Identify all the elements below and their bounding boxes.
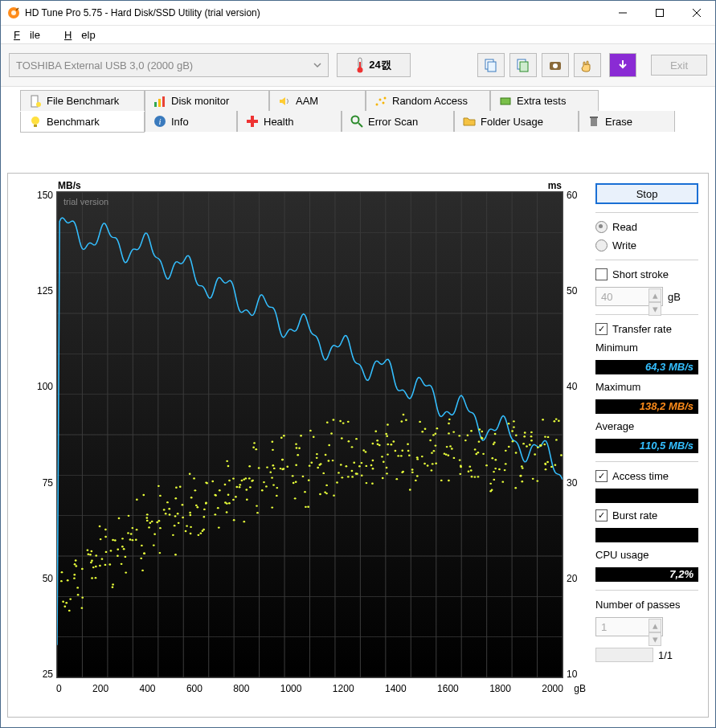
svg-point-76: [74, 563, 76, 565]
svg-point-240: [276, 495, 278, 497]
copy-screenshot-button[interactable]: [509, 53, 537, 77]
transfer-rate-check[interactable]: ✓Transfer rate: [595, 323, 698, 335]
spin-down-icon[interactable]: ▾: [648, 302, 661, 316]
svg-point-184: [205, 502, 207, 504]
svg-point-21: [379, 98, 382, 100]
maximize-button[interactable]: [641, 1, 678, 25]
tab-erase[interactable]: Erase: [579, 111, 675, 132]
spin-down-icon[interactable]: ▾: [648, 632, 661, 646]
menu-file[interactable]: File: [4, 27, 50, 43]
svg-point-349: [408, 455, 411, 456]
svg-point-203: [232, 477, 235, 479]
svg-point-381: [459, 473, 461, 475]
short-stroke-spin[interactable]: 40▴▾: [595, 287, 663, 306]
passes-progress-text: 1/1: [658, 649, 673, 661]
burst-rate-check[interactable]: ✓Burst rate: [595, 509, 698, 521]
tab-error-scan[interactable]: Error Scan: [342, 111, 454, 132]
svg-point-265: [304, 491, 306, 493]
checkbox-icon: ✓: [595, 470, 608, 482]
svg-point-88: [87, 549, 89, 550]
svg-point-114: [118, 517, 121, 519]
svg-point-176: [189, 512, 191, 513]
read-radio[interactable]: Read: [595, 221, 698, 233]
window-title: HD Tune Pro 5.75 - Hard Disk/SSD Utility…: [25, 7, 604, 18]
svg-point-134: [140, 558, 142, 559]
options-button[interactable]: [574, 53, 601, 77]
access-time-check[interactable]: ✓Access time: [595, 470, 698, 482]
exit-button[interactable]: Exit: [651, 55, 707, 76]
svg-point-138: [146, 520, 149, 521]
tab-aam[interactable]: AAM: [269, 90, 366, 111]
tools-icon: [499, 95, 512, 108]
stop-button[interactable]: Stop: [595, 183, 698, 204]
svg-point-292: [346, 465, 348, 467]
svg-point-78: [75, 559, 77, 561]
svg-point-95: [95, 566, 97, 567]
svg-point-382: [459, 459, 461, 460]
svg-point-416: [493, 441, 496, 443]
copy-info-button[interactable]: [477, 53, 505, 77]
temperature-badge[interactable]: 24캜: [337, 53, 411, 77]
svg-point-73: [60, 580, 63, 582]
svg-point-335: [400, 455, 403, 456]
svg-point-377: [451, 448, 453, 449]
drive-select-value: TOSHIBA External USB 3,0 (2000 gB): [16, 59, 193, 72]
svg-point-75: [69, 598, 72, 599]
svg-point-127: [136, 529, 138, 530]
svg-point-145: [151, 521, 153, 522]
svg-point-112: [121, 538, 124, 539]
svg-point-242: [276, 487, 278, 489]
svg-point-186: [203, 509, 206, 510]
drive-select[interactable]: TOSHIBA External USB 3,0 (2000 gB): [9, 53, 329, 77]
svg-point-448: [542, 419, 544, 420]
passes-spin[interactable]: 1▴▾: [595, 617, 663, 636]
svg-point-119: [127, 532, 129, 534]
tab-info[interactable]: iInfo: [145, 111, 237, 132]
write-radio[interactable]: Write: [595, 239, 698, 252]
svg-point-236: [272, 441, 274, 443]
copy-image-icon: [516, 58, 530, 72]
close-button[interactable]: [678, 1, 715, 25]
tab-health[interactable]: Health: [237, 111, 342, 132]
svg-point-324: [382, 477, 384, 479]
spin-up-icon[interactable]: ▴: [648, 288, 661, 302]
tab-benchmark[interactable]: Benchmark: [20, 112, 145, 133]
svg-point-337: [401, 472, 403, 473]
tab-extra-tests[interactable]: Extra tests: [490, 90, 599, 111]
svg-point-161: [177, 513, 179, 514]
svg-point-400: [478, 428, 481, 430]
menubar: File Help: [1, 26, 715, 43]
svg-point-230: [256, 512, 259, 513]
svg-point-366: [432, 434, 435, 436]
svg-point-454: [545, 468, 547, 470]
save-screenshot-button[interactable]: [542, 53, 569, 77]
spin-up-icon[interactable]: ▴: [648, 619, 661, 632]
tab-file-benchmark[interactable]: File Benchmark: [20, 90, 145, 111]
tab-disk-monitor[interactable]: Disk monitor: [145, 90, 269, 111]
svg-rect-8: [359, 62, 361, 70]
svg-point-385: [453, 457, 456, 459]
tab-random-access[interactable]: Random Access: [366, 90, 490, 111]
svg-point-309: [371, 483, 374, 485]
svg-point-252: [295, 481, 297, 483]
svg-point-20: [376, 103, 378, 105]
svg-point-194: [214, 513, 216, 515]
svg-point-147: [158, 485, 160, 487]
svg-point-427: [515, 435, 518, 436]
svg-point-244: [280, 437, 283, 439]
svg-point-278: [320, 463, 322, 464]
save-button[interactable]: [609, 53, 636, 77]
minimize-button[interactable]: [604, 1, 641, 25]
svg-point-243: [283, 435, 285, 436]
svg-point-341: [407, 444, 409, 445]
svg-point-432: [521, 481, 523, 482]
svg-rect-10: [488, 62, 496, 72]
short-stroke-check[interactable]: Short stroke: [595, 268, 698, 280]
menu-help[interactable]: Help: [55, 27, 105, 43]
tab-folder-usage[interactable]: Folder Usage: [454, 111, 579, 132]
svg-point-389: [470, 469, 473, 471]
svg-point-116: [117, 555, 119, 557]
svg-point-403: [482, 453, 485, 455]
svg-point-14: [553, 63, 558, 68]
svg-point-370: [446, 446, 448, 448]
